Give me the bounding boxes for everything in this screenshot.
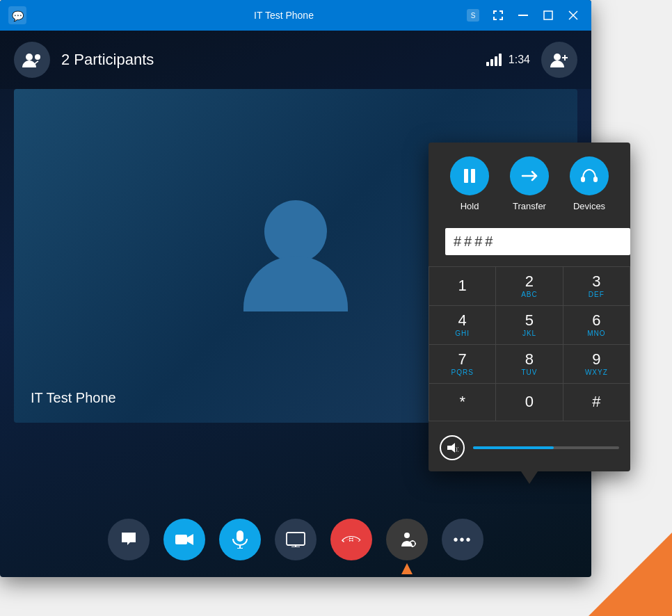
screen-share-btn[interactable] <box>275 519 317 560</box>
avatar-head <box>264 200 327 263</box>
fullscreen-btn[interactable] <box>488 6 508 25</box>
key-1[interactable]: 1 <box>429 267 496 306</box>
hold-label: Hold <box>461 201 479 211</box>
svg-rect-5 <box>544 11 552 19</box>
app-icon: 💬 <box>8 6 26 24</box>
add-participant-btn[interactable] <box>541 42 577 78</box>
title-bar-left: 💬 <box>8 6 26 24</box>
key-star[interactable]: * <box>429 384 496 421</box>
devices-icon <box>580 168 598 184</box>
signal-bar-4 <box>499 54 502 66</box>
svg-rect-26 <box>464 169 468 183</box>
svg-rect-17 <box>287 533 305 545</box>
title-bar: 💬 IT Test Phone S <box>0 0 591 31</box>
key-4[interactable]: 4 GHI <box>429 306 496 345</box>
participants-label: 2 Participants <box>61 51 475 69</box>
volume-row: )) <box>429 427 630 471</box>
key-9[interactable]: 9 WXYZ <box>563 345 630 384</box>
svg-point-20 <box>404 533 410 538</box>
key-3[interactable]: 3 DEF <box>563 267 630 306</box>
skype-icon: S <box>467 9 479 22</box>
video-name-label: IT Test Phone <box>31 390 116 406</box>
svg-text:💬: 💬 <box>12 10 24 22</box>
participants-icon <box>22 52 42 67</box>
fullscreen-icon <box>493 10 504 21</box>
svg-text:)): )) <box>456 446 458 452</box>
minimize-icon <box>518 15 528 16</box>
signal-bar-1 <box>486 62 489 66</box>
action-row: Hold Transfer Devices <box>429 143 630 220</box>
svg-point-10 <box>554 54 561 60</box>
mic-icon <box>232 530 248 549</box>
volume-bar[interactable] <box>473 446 619 449</box>
screen-share-icon <box>286 532 305 547</box>
key-hash[interactable]: # <box>563 384 630 421</box>
hold-btn[interactable] <box>450 156 489 195</box>
devices-label: Devices <box>573 201 605 211</box>
maximize-icon <box>543 10 553 20</box>
avatar-container <box>243 200 348 311</box>
svg-point-9 <box>35 54 40 60</box>
chat-btn[interactable] <box>108 519 150 560</box>
svg-text:S: S <box>471 12 476 19</box>
devices-settings-btn[interactable] <box>386 519 428 560</box>
participants-icon-btn[interactable] <box>14 42 50 78</box>
dialpad-input[interactable] <box>445 228 630 255</box>
signal-bar-2 <box>490 59 493 66</box>
signal-bars <box>486 54 502 66</box>
popup-arrow <box>521 471 538 484</box>
svg-rect-14 <box>237 530 243 542</box>
svg-point-8 <box>26 54 33 60</box>
transfer-btn[interactable] <box>510 156 549 195</box>
key-2[interactable]: 2 ABC <box>496 267 563 306</box>
call-header: 2 Participants 1:34 <box>0 31 591 89</box>
transfer-icon <box>521 169 538 183</box>
svg-rect-13 <box>175 535 187 544</box>
close-btn[interactable] <box>563 6 583 25</box>
devices-action[interactable]: Devices <box>570 156 609 211</box>
arrow-indicator <box>401 563 413 574</box>
orange-triangle-decoration <box>589 533 672 616</box>
signal-timer: 1:34 <box>486 54 530 66</box>
camera-btn[interactable] <box>163 519 205 560</box>
close-icon <box>568 10 578 20</box>
svg-rect-27 <box>471 169 475 183</box>
more-dots-icon: ••• <box>453 532 472 548</box>
svg-rect-4 <box>518 15 528 16</box>
transfer-label: Transfer <box>513 201 546 211</box>
hangup-icon <box>342 535 361 544</box>
volume-btn[interactable]: )) <box>440 435 465 460</box>
svg-rect-28 <box>581 177 585 182</box>
signal-bar-3 <box>495 56 497 66</box>
hangup-btn[interactable] <box>330 519 372 560</box>
svg-rect-29 <box>593 177 598 182</box>
hold-icon <box>463 168 477 184</box>
skype-btn[interactable]: S <box>463 6 483 25</box>
hold-action[interactable]: Hold <box>450 156 489 211</box>
transfer-action[interactable]: Transfer <box>510 156 549 211</box>
dialpad-popup: Hold Transfer Devices <box>429 143 630 471</box>
devices-settings-icon <box>397 530 417 549</box>
call-timer: 1:34 <box>509 54 530 66</box>
add-participant-icon <box>550 52 568 67</box>
bottom-controls: ••• <box>0 502 591 577</box>
dialpad-input-wrapper <box>437 222 622 261</box>
volume-icon: )) <box>446 441 458 454</box>
volume-bar-fill <box>473 446 554 449</box>
window-controls: S <box>463 6 583 25</box>
keypad-grid: 1 2 ABC 3 DEF 4 GHI 5 JKL 6 MNO 7 PQRS 8 <box>429 266 630 421</box>
svg-marker-30 <box>447 443 455 453</box>
key-8[interactable]: 8 TUV <box>496 345 563 384</box>
minimize-btn[interactable] <box>513 6 533 25</box>
more-options-btn[interactable]: ••• <box>442 519 483 560</box>
chat-icon <box>120 531 137 548</box>
key-5[interactable]: 5 JKL <box>496 306 563 345</box>
key-7[interactable]: 7 PQRS <box>429 345 496 384</box>
avatar-body <box>243 256 348 311</box>
devices-btn[interactable] <box>570 156 609 195</box>
camera-icon <box>175 533 193 546</box>
maximize-btn[interactable] <box>538 6 558 25</box>
key-6[interactable]: 6 MNO <box>563 306 630 345</box>
mic-btn[interactable] <box>219 519 261 560</box>
key-0[interactable]: 0 <box>496 384 563 421</box>
